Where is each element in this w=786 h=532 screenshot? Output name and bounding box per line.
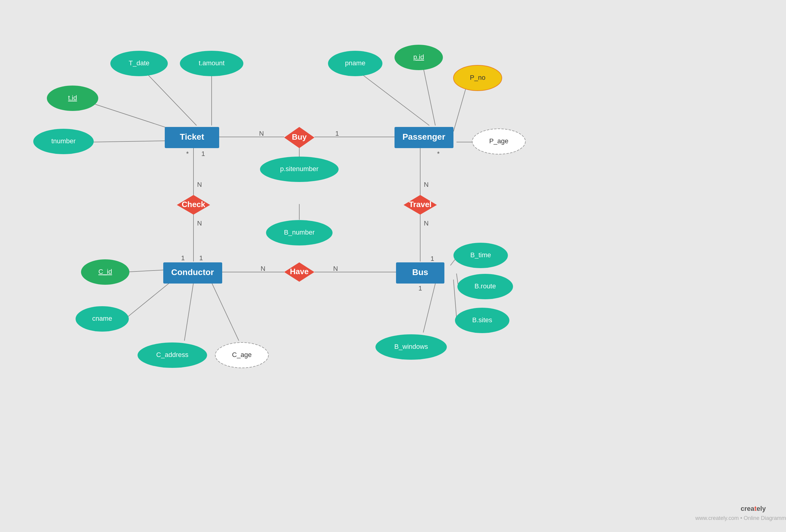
- attr-pid-label: p.id: [413, 53, 424, 61]
- svg-text:1: 1: [199, 254, 203, 262]
- relation-check-label: Check: [182, 200, 206, 209]
- attr-tamount-label: t.amount: [199, 59, 225, 67]
- svg-text:*: *: [437, 150, 440, 158]
- entity-bus-label: Bus: [412, 268, 429, 277]
- svg-line-19: [127, 278, 175, 317]
- attr-caddress-label: C_address: [156, 351, 188, 358]
- attr-cage-label: C_age: [232, 351, 252, 358]
- svg-text:1: 1: [335, 130, 339, 137]
- svg-text:1: 1: [181, 254, 185, 262]
- brand-label: creately: [741, 505, 766, 512]
- svg-line-25: [423, 283, 435, 332]
- svg-line-4: [363, 75, 429, 125]
- entity-ticket-label: Ticket: [180, 132, 204, 141]
- attr-bsites-label: B.sites: [472, 316, 492, 324]
- svg-line-6: [454, 84, 467, 132]
- svg-line-5: [423, 67, 435, 125]
- svg-line-23: [457, 274, 458, 284]
- svg-text:1: 1: [431, 255, 434, 262]
- watermark: www.creately.com • Online Diagramming: [695, 515, 786, 521]
- svg-text:N: N: [197, 219, 202, 227]
- svg-text:N: N: [424, 181, 429, 188]
- attr-tid-label: t.id: [68, 94, 77, 101]
- svg-text:1: 1: [201, 150, 205, 158]
- attr-cid-label: C_id: [98, 268, 112, 275]
- attr-pno-label: P_no: [470, 74, 485, 81]
- svg-text:*: *: [186, 150, 189, 158]
- attr-bwindows-label: B_windows: [394, 343, 428, 350]
- attr-btime-label: B_time: [470, 251, 491, 259]
- entity-passenger-label: Passenger: [402, 132, 445, 141]
- svg-line-21: [212, 283, 239, 341]
- relation-buy-label: Buy: [292, 132, 307, 141]
- svg-text:1: 1: [418, 284, 422, 292]
- svg-text:N: N: [424, 219, 429, 227]
- er-diagram: Ticket Passenger Conductor Bus Buy Check…: [0, 0, 786, 532]
- relation-have-label: Have: [290, 267, 309, 276]
- svg-text:N: N: [333, 265, 338, 272]
- svg-line-24: [454, 280, 457, 317]
- svg-text:N: N: [260, 265, 265, 272]
- attr-tdate-label: T_date: [129, 59, 149, 67]
- attr-psitenumber-label: p.sitenumber: [280, 165, 318, 172]
- svg-text:N: N: [259, 130, 264, 137]
- attr-pname-label: pname: [345, 59, 365, 67]
- entity-conductor-label: Conductor: [171, 268, 214, 277]
- attr-bnumber-label: B_number: [284, 229, 315, 236]
- attr-tnumber-label: tnumber: [51, 137, 76, 145]
- relation-travel-label: Travel: [409, 200, 432, 209]
- svg-text:N: N: [197, 181, 202, 188]
- svg-line-0: [148, 75, 196, 125]
- attr-broute-label: B.route: [475, 282, 496, 290]
- attr-cname-label: cname: [92, 315, 112, 322]
- attr-page-label: P_age: [489, 137, 508, 145]
- svg-line-20: [184, 283, 193, 341]
